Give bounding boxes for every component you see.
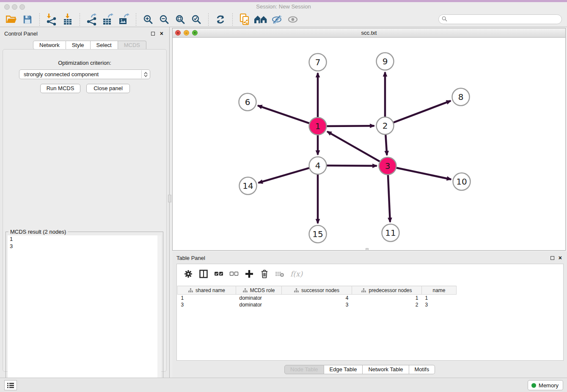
graph-node-label: 15 xyxy=(312,229,323,239)
home-icon[interactable] xyxy=(254,13,267,26)
float-panel-icon[interactable] xyxy=(151,32,155,36)
status-bar: Memory xyxy=(0,378,567,392)
close-table-panel-icon[interactable]: × xyxy=(559,254,562,261)
mcds-result-title: MCDS result (2 nodes) xyxy=(8,229,68,235)
minimize-window-button[interactable] xyxy=(12,4,17,10)
gear-icon[interactable] xyxy=(182,268,195,280)
deselect-all-icon[interactable] xyxy=(228,268,240,280)
optimization-criterion-label: Optimization criterion: xyxy=(3,60,166,66)
network-title: scc.txt xyxy=(173,28,565,37)
zoom-fit-icon[interactable] xyxy=(173,13,187,26)
control-panel: Control Panel × Network Style Select MCD… xyxy=(0,27,170,378)
network-maximize-icon[interactable]: + xyxy=(192,30,198,36)
graph-edge-4-3[interactable] xyxy=(327,166,377,166)
graph-node-label: 4 xyxy=(315,160,321,171)
toolbar-separator xyxy=(80,13,80,26)
result-line: 1 xyxy=(8,235,161,243)
graph-node-label: 14 xyxy=(242,181,253,191)
tab-mcds[interactable]: MCDS xyxy=(118,41,146,50)
network-minimize-icon[interactable]: − xyxy=(184,30,189,36)
tab-network[interactable]: Network xyxy=(33,41,66,50)
close-window-button[interactable] xyxy=(4,4,10,10)
delete-column-icon[interactable] xyxy=(273,268,286,280)
export-table-icon[interactable] xyxy=(101,13,115,26)
select-all-icon[interactable] xyxy=(212,268,225,280)
graph-node-label: 7 xyxy=(315,57,321,67)
result-scrollbar[interactable] xyxy=(157,235,161,387)
column-header-mcds-role[interactable]: MCDS role xyxy=(236,286,282,295)
add-icon[interactable] xyxy=(243,268,256,280)
window-title: Session: New Session xyxy=(0,2,567,11)
zoom-selected-icon[interactable] xyxy=(190,13,203,26)
panel-divider-grip[interactable] xyxy=(168,195,171,202)
table-panel-tabs: Node Table Edge Table Network Table Moti… xyxy=(284,365,435,374)
column-header-predecessor-nodes[interactable]: predecessor nodes xyxy=(352,286,422,295)
graph-edge-3-11[interactable] xyxy=(388,175,390,222)
tab-select[interactable]: Select xyxy=(91,41,118,50)
graph-edge-1-2[interactable] xyxy=(327,126,374,126)
mcds-result-list[interactable]: 1 3 xyxy=(8,235,161,387)
toolbar-separator xyxy=(136,13,136,26)
graph-edge-4-14[interactable] xyxy=(259,168,310,183)
save-icon[interactable] xyxy=(21,13,34,26)
toolbar-separator xyxy=(232,13,233,26)
import-network-icon[interactable] xyxy=(45,13,58,26)
show-icon[interactable] xyxy=(286,13,300,26)
graph-edge-3-10[interactable] xyxy=(396,168,451,179)
tab-node-table[interactable]: Node Table xyxy=(284,365,324,374)
graph-node-label: 10 xyxy=(456,177,467,187)
tab-network-table[interactable]: Network Table xyxy=(363,365,409,374)
export-image-icon[interactable] xyxy=(117,13,131,26)
memory-button[interactable]: Memory xyxy=(528,380,563,390)
node-table-container: f(x) shared name MCDS role successor nod… xyxy=(176,264,564,361)
function-builder-icon[interactable]: f(x) xyxy=(290,270,303,278)
search-input[interactable] xyxy=(447,15,561,23)
graph-node-label: 6 xyxy=(245,97,250,107)
graph-node-label: 9 xyxy=(383,56,388,66)
graph-node-label: 2 xyxy=(383,121,388,131)
table-row[interactable]: 3 dominator 3 2 3 xyxy=(178,301,457,308)
search-box xyxy=(438,14,562,24)
zoom-out-icon[interactable] xyxy=(157,13,171,26)
network-resize-grip[interactable] xyxy=(366,248,369,251)
network-close-icon[interactable]: × xyxy=(175,30,181,36)
tab-motifs[interactable]: Motifs xyxy=(409,365,435,374)
graph-edge-2-3[interactable] xyxy=(385,135,387,155)
column-header-name[interactable]: name xyxy=(422,286,457,295)
memory-label: Memory xyxy=(539,382,559,389)
close-panel-button[interactable]: Close panel xyxy=(86,84,130,93)
tab-style[interactable]: Style xyxy=(66,41,91,50)
graph-edge-2-8[interactable] xyxy=(393,101,451,123)
zoom-in-icon[interactable] xyxy=(141,13,155,26)
criterion-dropdown[interactable]: strongly connected component xyxy=(19,69,150,79)
delete-icon[interactable] xyxy=(258,268,271,280)
new-network-from-selection-icon[interactable] xyxy=(238,13,251,26)
table-row[interactable]: 1 dominator 4 1 1 xyxy=(178,295,457,301)
hide-icon[interactable] xyxy=(270,13,284,26)
task-history-button[interactable] xyxy=(4,380,17,390)
result-line: 3 xyxy=(8,243,161,250)
export-network-icon[interactable] xyxy=(85,13,99,26)
chevron-up-down-icon xyxy=(141,70,149,78)
column-header-successor-nodes[interactable]: successor nodes xyxy=(282,286,352,295)
close-panel-icon[interactable]: × xyxy=(160,30,163,37)
tab-edge-table[interactable]: Edge Table xyxy=(324,365,363,374)
graph-node-label: 8 xyxy=(458,92,464,102)
graph-edge-1-6[interactable] xyxy=(258,105,310,123)
column-header-shared-name[interactable]: shared name xyxy=(178,286,236,295)
import-table-icon[interactable] xyxy=(61,13,74,26)
network-window-titlebar[interactable]: × − + scc.txt xyxy=(173,28,565,38)
network-canvas[interactable]: 7968124314101511 xyxy=(173,38,565,250)
mcds-panel: Optimization criterion: strongly connect… xyxy=(3,49,167,372)
float-table-panel-icon[interactable] xyxy=(550,256,554,260)
open-folder-icon[interactable] xyxy=(5,13,18,26)
node-table: shared name MCDS role successor nodes pr… xyxy=(177,286,457,308)
run-mcds-button[interactable]: Run MCDS xyxy=(40,84,80,93)
columns-icon[interactable] xyxy=(197,268,210,280)
network-view-window: × − + scc.txt 7968124314101511 xyxy=(172,28,566,251)
refresh-icon[interactable] xyxy=(214,13,227,26)
graph-edge-3-1[interactable] xyxy=(327,132,380,162)
maximize-window-button[interactable] xyxy=(19,4,25,10)
control-panel-tabs: Network Style Select MCDS xyxy=(33,41,146,50)
table-panel: Table Panel × xyxy=(172,252,567,378)
